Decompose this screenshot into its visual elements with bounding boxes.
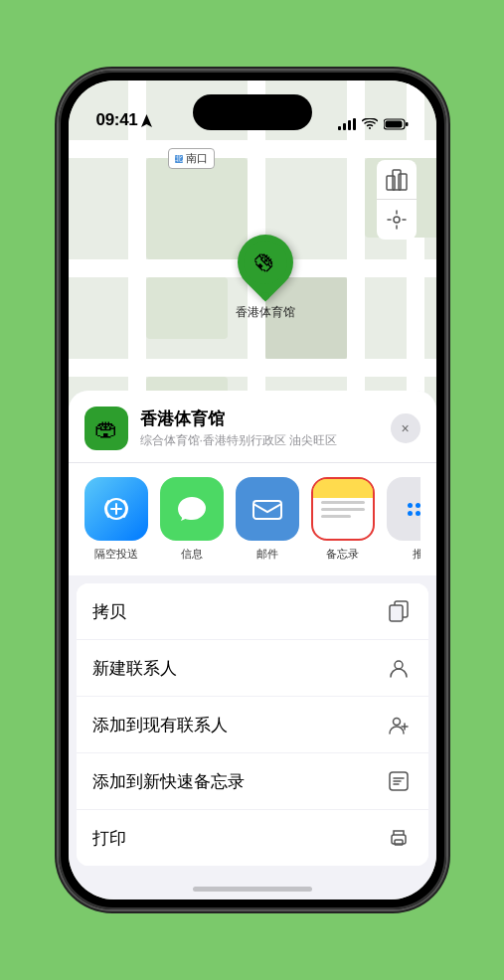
- map-label-text: 南口: [186, 151, 208, 166]
- home-indicator: [193, 887, 312, 892]
- more-dots: [408, 503, 420, 516]
- message-icon-wrap: [160, 477, 224, 541]
- share-item-notes[interactable]: 备忘录: [311, 477, 375, 562]
- new-contact-label: 新建联系人: [92, 657, 177, 680]
- map-block3: [146, 277, 228, 339]
- pin-emoji: 🏟: [249, 245, 282, 279]
- close-button[interactable]: ×: [391, 413, 420, 443]
- location-arrow-icon: [141, 114, 152, 127]
- notes-line1: [321, 501, 365, 504]
- venue-info: 香港体育馆 综合体育馆·香港特别行政区 油尖旺区: [140, 408, 379, 449]
- notes-line3: [321, 515, 352, 518]
- airdrop-label: 隔空投送: [94, 547, 138, 562]
- svg-rect-1: [343, 123, 346, 130]
- sheet-header: 🏟 香港体育馆 综合体育馆·香港特别行政区 油尖旺区 ×: [69, 391, 436, 463]
- action-add-notes[interactable]: 添加到新快速备忘录: [77, 753, 428, 810]
- dot4: [408, 511, 413, 516]
- svg-rect-2: [348, 120, 351, 130]
- message-label: 信息: [181, 547, 203, 562]
- copy-icon: [385, 597, 413, 625]
- pin-circle: 🏟: [226, 223, 304, 301]
- add-existing-label: 添加到现有联系人: [92, 714, 228, 736]
- share-item-more[interactable]: 推: [387, 477, 420, 562]
- svg-rect-3: [353, 118, 356, 130]
- status-time: 09:41: [96, 110, 138, 130]
- svg-rect-0: [338, 126, 341, 130]
- phone-screen: 09:41: [69, 81, 436, 899]
- message-icon: [174, 491, 210, 527]
- share-item-airdrop[interactable]: 隔空投送: [84, 477, 148, 562]
- svg-rect-6: [385, 121, 402, 128]
- venue-icon: 🏟: [84, 407, 128, 450]
- share-item-mail[interactable]: 邮件: [236, 477, 299, 562]
- svg-rect-8: [393, 170, 401, 190]
- pin-label: 香港体育馆: [236, 304, 295, 321]
- phone-frame: 09:41: [59, 71, 446, 909]
- status-icons: [338, 118, 409, 130]
- venue-emoji: 🏟: [94, 414, 118, 442]
- svg-rect-19: [395, 840, 403, 845]
- map-block1: [146, 158, 248, 259]
- add-notes-icon: [385, 767, 413, 795]
- action-new-contact[interactable]: 新建联系人: [77, 640, 428, 697]
- airdrop-icon: [98, 491, 134, 527]
- share-row: 隔空投送 信息: [69, 463, 436, 575]
- bottom-spacer: [69, 866, 436, 899]
- venue-name: 香港体育馆: [140, 408, 379, 430]
- notes-lines: [321, 501, 365, 518]
- mail-icon: [250, 491, 285, 527]
- dot2: [416, 503, 420, 508]
- notes-line2: [321, 508, 365, 511]
- pin-inner: 🏟: [244, 241, 287, 284]
- print-label: 打印: [92, 827, 126, 850]
- mail-icon-wrap: [236, 477, 299, 541]
- more-label: 推: [413, 547, 420, 562]
- copy-label: 拷贝: [92, 600, 126, 623]
- notes-yellow-header: [313, 479, 373, 498]
- map-pin: 🏟 香港体育馆: [236, 235, 295, 321]
- dot5: [416, 511, 420, 516]
- new-contact-icon: [385, 654, 413, 682]
- action-add-existing[interactable]: 添加到现有联系人: [77, 697, 428, 753]
- map-type-button[interactable]: [377, 160, 417, 200]
- share-item-message[interactable]: 信息: [160, 477, 224, 562]
- notes-icon-wrap: [311, 477, 375, 541]
- action-list: 拷贝 新建联系人: [77, 583, 428, 866]
- svg-rect-9: [399, 174, 407, 190]
- svg-point-15: [395, 661, 403, 669]
- airdrop-icon-wrap: [84, 477, 148, 541]
- svg-rect-14: [390, 605, 403, 621]
- more-dot-row2: [408, 511, 420, 516]
- signal-icon: [338, 118, 356, 130]
- map-controls: [377, 160, 417, 240]
- notes-label: 备忘录: [326, 547, 359, 562]
- dot1: [408, 503, 413, 508]
- svg-rect-5: [406, 122, 409, 126]
- action-copy[interactable]: 拷贝: [77, 583, 428, 640]
- wifi-icon: [362, 118, 378, 130]
- more-icon-wrap: [387, 477, 420, 541]
- action-print[interactable]: 打印: [77, 810, 428, 866]
- print-icon: [385, 824, 413, 852]
- venue-subtitle: 综合体育馆·香港特别行政区 油尖旺区: [140, 432, 379, 449]
- add-existing-icon: [385, 711, 413, 738]
- share-scroll: 隔空投送 信息: [84, 477, 420, 562]
- label-dot: 北: [175, 155, 183, 163]
- pin-shadow: [261, 292, 269, 300]
- svg-point-16: [393, 719, 400, 726]
- svg-point-10: [394, 217, 400, 223]
- status-bar: 09:41: [69, 81, 436, 138]
- svg-rect-12: [253, 501, 281, 519]
- more-dot-row1: [408, 503, 420, 508]
- battery-icon: [384, 118, 409, 130]
- add-notes-label: 添加到新快速备忘录: [92, 770, 245, 793]
- mail-label: 邮件: [256, 547, 278, 562]
- map-north-entrance-label: 北 南口: [168, 148, 215, 169]
- bottom-sheet: 🏟 香港体育馆 综合体育馆·香港特别行政区 油尖旺区 ×: [69, 391, 436, 899]
- svg-rect-7: [387, 176, 395, 190]
- location-button[interactable]: [377, 200, 417, 240]
